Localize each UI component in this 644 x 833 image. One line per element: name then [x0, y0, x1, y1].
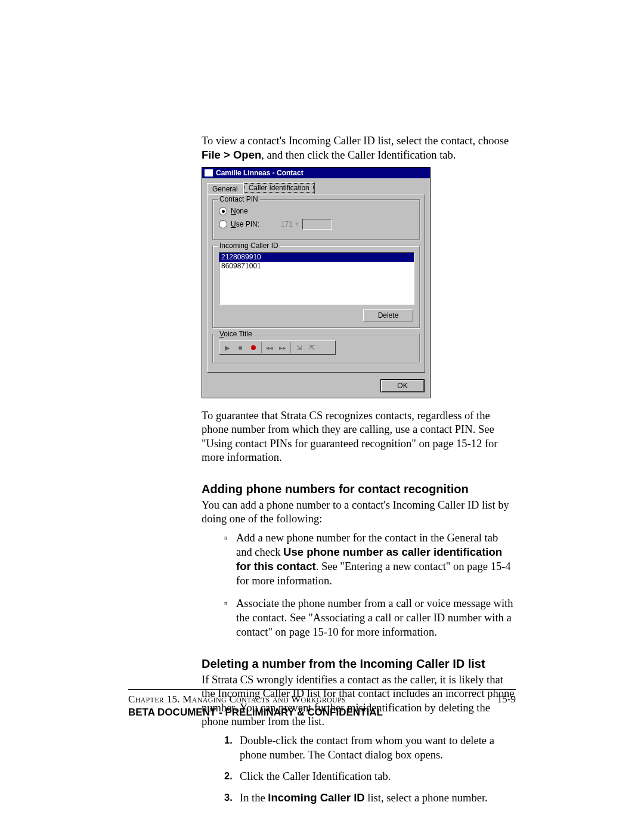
list-item[interactable]: 2128089910	[219, 253, 414, 262]
rewind-icon[interactable]: ◂◂	[261, 342, 276, 353]
s3a: In the	[240, 792, 268, 804]
intro-text-c: , and then click the Caller Identificati…	[261, 149, 456, 161]
step-text: Click the Caller Identification tab.	[240, 769, 516, 784]
list-item: n Add a new phone number for the contact…	[202, 531, 516, 588]
s3b: Incoming Caller ID	[268, 791, 364, 804]
ok-button[interactable]: OK	[381, 380, 424, 392]
list-item: 1. Double-click the contact from whom yo…	[202, 733, 516, 762]
tab-caller-id-label: Caller Identification	[249, 184, 309, 192]
dialog-screenshot: Camille Linneas - Contact General Caller…	[202, 167, 516, 398]
radio-use-pin[interactable]	[219, 220, 227, 228]
delete-button[interactable]: Delete	[363, 309, 413, 321]
footer-rule	[128, 689, 516, 690]
page-footer: Chapter 15. Managing Contacts and Workgr…	[128, 689, 516, 719]
radio-use-pin-row[interactable]: Use PIN: 171 +	[219, 219, 413, 230]
intro-text-a: To view a contact's Incoming Caller ID l…	[202, 135, 509, 147]
radio-none[interactable]	[219, 207, 227, 215]
numbered-list: 1. Double-click the contact from whom yo…	[202, 733, 516, 805]
tabs-row: General Caller Identification	[202, 178, 430, 194]
tab-caller-identification[interactable]: Caller Identification	[243, 182, 315, 194]
step-text: Double-click the contact from whom you w…	[240, 733, 516, 762]
group-incoming-title: Incoming Caller ID	[218, 241, 280, 250]
intro-paragraph: To view a contact's Incoming Caller ID l…	[202, 134, 516, 162]
delete-label: Delete	[378, 311, 399, 320]
radio-use-pin-label: Use PIN:	[231, 220, 259, 228]
list-item[interactable]: 8609871001	[219, 262, 414, 271]
list-item: 2. Click the Caller Identification tab.	[202, 769, 516, 784]
bullet-list: n Add a new phone number for the contact…	[202, 531, 516, 639]
document-page: To view a contact's Incoming Caller ID l…	[0, 0, 644, 833]
step-text: In the Incoming Caller ID list, select a…	[240, 791, 516, 805]
group-incoming-caller-id: Incoming Caller ID 2128089910 8609871001…	[212, 246, 420, 328]
delete-row: Delete	[219, 309, 413, 321]
tab-general[interactable]: General	[207, 183, 243, 195]
heading-adding-phone-numbers: Adding phone numbers for contact recogni…	[202, 482, 516, 496]
group-contact-pin: Contact PIN None Use PIN: 171 +	[212, 199, 420, 240]
pin-prefix: 171 +	[281, 220, 299, 228]
tab-panel: Contact PIN None Use PIN: 171 + Incoming…	[207, 194, 425, 373]
caller-id-listbox[interactable]: 2128089910 8609871001	[219, 252, 414, 305]
bullet-marker-icon: n	[224, 531, 236, 588]
bullet-text: Associate the phone number from a call o…	[236, 596, 516, 639]
intro-file-open: File > Open	[202, 148, 261, 161]
step-number: 1.	[224, 733, 240, 762]
record-icon[interactable]	[247, 342, 260, 353]
step-number: 3.	[224, 791, 240, 805]
heading-deleting-number: Deleting a number from the Incoming Call…	[202, 657, 516, 671]
add-intro: You can add a phone number to a contact'…	[202, 498, 516, 526]
footer-line1: Chapter 15. Managing Contacts and Workgr…	[128, 693, 516, 705]
record-dot-icon	[251, 345, 256, 350]
ok-label: OK	[397, 382, 407, 390]
footer-chapter: Chapter 15. Managing Contacts and Workgr…	[128, 693, 346, 705]
dialog-footer: OK	[202, 376, 430, 398]
group-voice-title: Voice Title ▶ ■ ◂◂ ▸▸ ⇲ ⇱	[212, 334, 420, 363]
play-icon[interactable]: ▶	[221, 342, 234, 353]
bullet-marker-icon: n	[224, 596, 236, 639]
dialog-title: Camille Linneas - Contact	[216, 169, 304, 177]
after-dialog-paragraph: To guarantee that Strata CS recognizes c…	[202, 409, 516, 465]
radio-none-label: None	[231, 207, 248, 215]
voice-toolbar: ▶ ■ ◂◂ ▸▸ ⇲ ⇱	[219, 340, 336, 355]
import-icon[interactable]: ⇲	[290, 342, 305, 353]
forward-icon[interactable]: ▸▸	[276, 342, 289, 353]
s3c: list, select a phone number.	[365, 792, 488, 804]
pin-input[interactable]	[302, 219, 332, 230]
stop-icon[interactable]: ■	[234, 342, 247, 353]
tab-general-label: General	[212, 185, 238, 193]
group-voice-title-label: Voice Title	[218, 330, 254, 338]
contact-dialog: Camille Linneas - Contact General Caller…	[202, 167, 431, 398]
list-item: n Associate the phone number from a call…	[202, 596, 516, 639]
bullet-text: Add a new phone number for the contact i…	[236, 531, 516, 588]
footer-confidential: BETA DOCUMENT - PRELIMINARY & CONFIDENTI…	[128, 707, 516, 719]
dialog-titlebar: Camille Linneas - Contact	[202, 168, 430, 178]
group-contact-pin-title: Contact PIN	[218, 195, 260, 203]
app-icon	[205, 169, 213, 176]
export-icon[interactable]: ⇱	[305, 342, 318, 353]
step-number: 2.	[224, 769, 240, 784]
radio-none-dot	[222, 210, 225, 213]
radio-none-row[interactable]: None	[219, 207, 413, 215]
footer-page-number: 15-9	[497, 693, 516, 705]
list-item: 3. In the Incoming Caller ID list, selec…	[202, 791, 516, 805]
